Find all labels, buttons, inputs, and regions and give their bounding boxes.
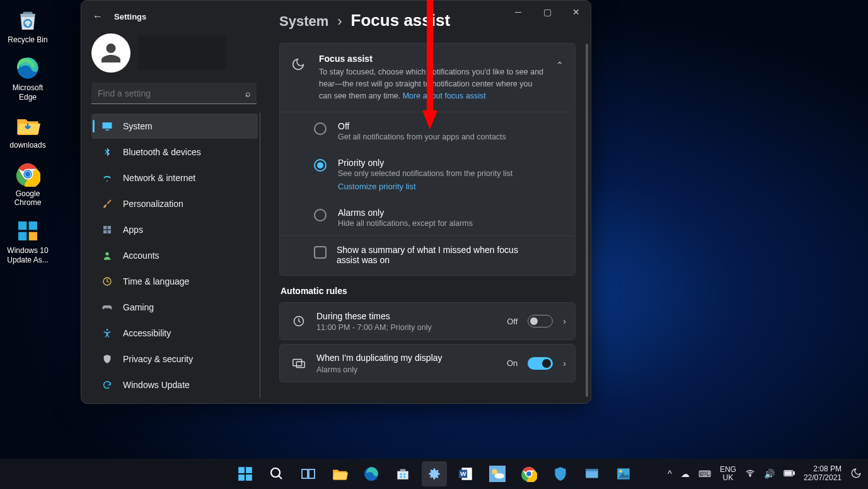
radio-icon[interactable]: [314, 209, 327, 221]
rule-toggle[interactable]: [528, 357, 553, 370]
gamepad-icon: [101, 302, 113, 313]
nav-item-bluetooth-devices[interactable]: Bluetooth & devices: [91, 139, 258, 165]
photos-icon[interactable]: [611, 461, 636, 486]
svg-text:W: W: [460, 470, 466, 477]
svg-rect-45: [586, 469, 598, 471]
settings-taskbar-icon[interactable]: [422, 461, 447, 486]
nav-item-label: Windows Update: [123, 380, 190, 390]
volume-icon[interactable]: 🔊: [764, 469, 775, 479]
nav-item-system[interactable]: System: [91, 114, 258, 139]
file-explorer-icon[interactable]: [327, 461, 352, 486]
svg-rect-24: [238, 467, 245, 473]
rule-state-label: On: [507, 358, 518, 368]
nav-item-accessibility[interactable]: Accessibility: [91, 321, 258, 346]
svg-rect-51: [794, 472, 795, 475]
desktop-icon-windows-update-assistant-icon[interactable]: Windows 10 Update As...: [3, 218, 53, 264]
svg-rect-10: [103, 122, 112, 129]
radio-icon[interactable]: [314, 122, 327, 135]
rule-when-i-m-duplicating-my-display[interactable]: When I'm duplicating my display Alarms o…: [279, 344, 576, 382]
nav-item-label: Time & language: [123, 276, 189, 286]
avatar: [91, 33, 130, 73]
radio-icon[interactable]: [314, 159, 327, 172]
duplicate-display-icon: [291, 356, 306, 370]
focus-assist-header[interactable]: Focus assist To stay focused, choose whi…: [280, 44, 575, 112]
account-card[interactable]: [91, 33, 259, 73]
rule-subtitle: 11:00 PM - 7:00 AM; Priority only: [316, 323, 497, 332]
recycle-bin-icon: [15, 8, 40, 33]
search-field[interactable]: [98, 88, 245, 98]
nav-item-gaming[interactable]: Gaming: [91, 295, 258, 320]
nav-item-windows-update[interactable]: Windows Update: [91, 372, 258, 398]
nav-item-time-language[interactable]: Time & language: [91, 269, 258, 294]
tray-overflow-icon[interactable]: ^: [668, 469, 672, 479]
nav-item-network-internet[interactable]: Network & internet: [91, 165, 258, 191]
rule-during-these-times[interactable]: During these times 11:00 PM - 7:00 AM; P…: [279, 302, 576, 340]
desktop-icon-chrome-icon[interactable]: Google Chrome: [3, 162, 53, 208]
onedrive-icon[interactable]: ☁: [681, 469, 690, 479]
nav-item-apps[interactable]: Apps: [91, 217, 258, 242]
svg-rect-20: [293, 359, 302, 365]
checkbox-icon[interactable]: [314, 246, 327, 259]
language-indicator[interactable]: ENG UK: [720, 466, 736, 482]
svg-rect-29: [302, 469, 308, 478]
nav-item-label: Accounts: [123, 250, 159, 261]
scrollbar[interactable]: [586, 44, 588, 397]
desktop-icon-recycle-bin-icon[interactable]: Recycle Bin: [3, 8, 53, 44]
nav-item-accounts[interactable]: Accounts: [91, 243, 258, 268]
rule-state-label: Off: [507, 317, 518, 326]
option-title: Alarms only: [338, 208, 564, 218]
word-icon[interactable]: W: [453, 461, 478, 486]
wifi-tray-icon[interactable]: [745, 468, 755, 480]
option-title: Off: [338, 121, 564, 131]
nav-item-label: Privacy & security: [123, 354, 193, 364]
svg-rect-7: [29, 221, 37, 230]
chrome-taskbar-icon[interactable]: [516, 461, 541, 486]
svg-rect-27: [246, 474, 252, 481]
option-title: Priority only: [338, 158, 564, 168]
microsoft-store-icon[interactable]: [390, 461, 415, 486]
task-view-button[interactable]: [296, 461, 321, 486]
summary-checkbox-label: Show a summary of what I missed when foc…: [337, 245, 526, 265]
security-icon[interactable]: [548, 461, 573, 486]
nav-item-privacy-security[interactable]: Privacy & security: [91, 346, 258, 372]
globe-clock-icon: [101, 276, 113, 287]
update-icon: [101, 379, 113, 391]
focus-option-off[interactable]: Off Get all notifications from your apps…: [280, 112, 575, 149]
edge-taskbar-icon[interactable]: [359, 461, 384, 486]
focus-option-priority[interactable]: Priority only See only selected notifica…: [280, 149, 575, 199]
svg-rect-33: [403, 473, 405, 475]
svg-rect-52: [785, 471, 792, 475]
settings-window: ─ ▢ ✕ ← Settings ⌕ SystemBluetooth & dev…: [81, 0, 591, 404]
start-button[interactable]: [233, 461, 258, 486]
snipping-tool-icon[interactable]: [579, 461, 605, 486]
option-subtitle: See only selected notifications from the…: [338, 169, 564, 178]
clock-icon: [291, 315, 306, 327]
summary-checkbox-row[interactable]: Show a summary of what I missed when foc…: [280, 235, 575, 275]
nav-item-personalization[interactable]: Personalization: [91, 191, 258, 216]
customize-priority-link[interactable]: Customize priority list: [338, 182, 564, 191]
moon-icon: [291, 57, 308, 73]
chevron-up-icon: ⌃: [556, 54, 564, 70]
desktop-icon-label: Microsoft Edge: [3, 83, 53, 102]
svg-rect-25: [246, 467, 252, 473]
clock[interactable]: 2:08 PM 22/07/2021: [804, 465, 842, 483]
desktop-icon-edge-icon[interactable]: Microsoft Edge: [3, 56, 53, 102]
option-subtitle: Hide all notifications, except for alarm…: [338, 219, 564, 228]
keyboard-icon[interactable]: ⌨: [698, 469, 711, 479]
back-arrow-icon[interactable]: ←: [93, 11, 103, 22]
focus-assist-tray-icon[interactable]: [850, 468, 862, 481]
search-icon: ⌕: [245, 88, 250, 98]
search-button[interactable]: [264, 461, 289, 486]
rule-toggle[interactable]: [528, 315, 553, 327]
svg-rect-13: [108, 226, 111, 229]
focus-assist-description: To stay focused, choose which notificati…: [319, 66, 545, 102]
svg-rect-35: [403, 476, 405, 478]
focus-option-alarms[interactable]: Alarms only Hide all notifications, exce…: [280, 199, 575, 235]
breadcrumb-parent[interactable]: System: [279, 13, 328, 30]
battery-icon[interactable]: [784, 469, 795, 479]
search-input[interactable]: ⌕: [91, 83, 257, 104]
chevron-right-icon: ›: [563, 316, 566, 326]
weather-icon[interactable]: [485, 461, 510, 486]
desktop-icon-downloads-folder-icon[interactable]: downloads: [3, 113, 53, 150]
focus-assist-more-link[interactable]: More about focus assist: [403, 91, 486, 100]
